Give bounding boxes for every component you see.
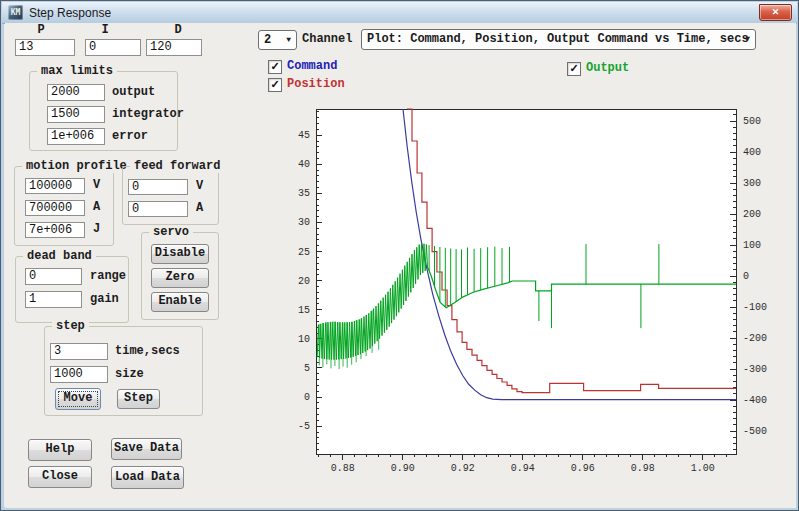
dead-band-group: dead band range gain: [15, 256, 129, 323]
svg-text:500: 500: [743, 116, 761, 127]
svg-text:0.96: 0.96: [571, 463, 595, 474]
channel-value: 2: [264, 33, 271, 47]
feed-forward-title: feed forward: [130, 159, 224, 173]
command-checkbox-label: Command: [287, 59, 337, 73]
svg-text:0.94: 0.94: [511, 463, 535, 474]
step-time-label: time,secs: [115, 344, 180, 358]
svg-text:45: 45: [298, 130, 310, 141]
i-label: I: [95, 23, 115, 37]
svg-text:40: 40: [298, 159, 310, 170]
load-data-button[interactable]: Load Data: [111, 466, 184, 489]
integrator-limit-label: integrator: [112, 107, 184, 121]
p-input[interactable]: [15, 39, 75, 56]
step-button[interactable]: Step: [117, 389, 160, 409]
svg-text:-500: -500: [743, 426, 767, 437]
svg-text:-5: -5: [298, 421, 310, 432]
step-response-chart: 0.880.900.920.940.960.981.00454035302520…: [289, 101, 797, 486]
output-limit-input[interactable]: [47, 84, 105, 101]
dead-band-title: dead band: [23, 249, 96, 263]
step-size-label: size: [115, 367, 144, 381]
servo-group: servo Disable Zero Enable: [141, 232, 219, 320]
max-limits-title: max limits: [37, 64, 117, 78]
svg-text:0: 0: [743, 271, 749, 282]
close-button[interactable]: Close: [28, 466, 92, 488]
svg-text:300: 300: [743, 178, 761, 189]
svg-text:5: 5: [304, 363, 310, 374]
ff-velocity-input[interactable]: [128, 179, 188, 195]
svg-text:15: 15: [298, 305, 310, 316]
ff-velocity-label: V: [196, 179, 203, 193]
d-label: D: [168, 23, 188, 37]
velocity-label: V: [93, 178, 100, 192]
jerk-label: J: [93, 222, 100, 236]
titlebar[interactable]: KM Step Response ✕: [2, 2, 797, 24]
output-checkbox-label: Output: [586, 61, 629, 75]
svg-text:30: 30: [298, 217, 310, 228]
error-limit-input[interactable]: [47, 128, 105, 145]
error-limit-label: error: [112, 129, 148, 143]
svg-text:400: 400: [743, 147, 761, 158]
svg-text:0.98: 0.98: [631, 463, 655, 474]
step-size-input[interactable]: [50, 366, 108, 383]
enable-button[interactable]: Enable: [151, 292, 209, 312]
move-button[interactable]: Move: [55, 388, 101, 410]
zero-button[interactable]: Zero: [151, 268, 209, 288]
svg-text:-400: -400: [743, 395, 767, 406]
chevron-down-icon: ▼: [745, 34, 750, 43]
svg-text:0.88: 0.88: [331, 463, 355, 474]
step-group: step time,secs size Move Step: [44, 326, 203, 416]
servo-title: servo: [149, 225, 193, 239]
step-response-window: KM Step Response ✕ P I D 2 ▼ Channel Plo…: [0, 0, 799, 511]
i-input[interactable]: [85, 39, 141, 56]
svg-text:100: 100: [743, 240, 761, 251]
app-icon: KM: [8, 5, 23, 20]
max-limits-group: max limits output integrator error: [29, 71, 178, 151]
position-checkbox-label: Position: [287, 77, 345, 91]
d-input[interactable]: [146, 39, 202, 56]
svg-text:-200: -200: [743, 333, 767, 344]
range-label: range: [90, 269, 126, 283]
p-label: P: [31, 23, 51, 37]
chevron-down-icon: ▼: [286, 35, 291, 44]
accel-label: A: [93, 200, 100, 214]
gain-input[interactable]: [25, 291, 82, 308]
accel-input[interactable]: [25, 200, 85, 216]
output-limit-label: output: [112, 85, 155, 99]
command-checkbox[interactable]: ✓: [268, 60, 282, 74]
svg-text:1.00: 1.00: [691, 463, 715, 474]
svg-text:20: 20: [298, 276, 310, 287]
motion-profile-group: motion profile V A J: [14, 166, 114, 246]
plot-canvas: 0.880.900.920.940.960.981.00454035302520…: [289, 101, 797, 486]
window-close-button[interactable]: ✕: [759, 4, 792, 21]
svg-text:-300: -300: [743, 364, 767, 375]
ff-accel-input[interactable]: [128, 201, 188, 217]
svg-text:0.90: 0.90: [391, 463, 415, 474]
window-title: Step Response: [29, 6, 111, 20]
plot-mode-select[interactable]: Plot: Command, Position, Output Command …: [361, 29, 756, 50]
step-time-input[interactable]: [50, 343, 108, 360]
svg-text:-100: -100: [743, 302, 767, 313]
velocity-input[interactable]: [25, 178, 85, 194]
feed-forward-group: feed forward V A: [122, 166, 219, 225]
help-button[interactable]: Help: [28, 439, 92, 461]
step-title: step: [52, 319, 89, 333]
jerk-input[interactable]: [25, 222, 85, 238]
save-data-button[interactable]: Save Data: [111, 438, 182, 460]
integrator-limit-input[interactable]: [47, 106, 105, 123]
channel-label: Channel: [302, 32, 352, 46]
position-checkbox[interactable]: ✓: [268, 78, 282, 92]
ff-accel-label: A: [196, 201, 203, 215]
plot-mode-value: Plot: Command, Position, Output Command …: [367, 32, 749, 46]
svg-text:0: 0: [304, 392, 310, 403]
svg-text:200: 200: [743, 209, 761, 220]
svg-text:0.92: 0.92: [451, 463, 475, 474]
motion-profile-title: motion profile: [22, 159, 131, 173]
range-input[interactable]: [25, 268, 82, 285]
disable-button[interactable]: Disable: [151, 244, 209, 264]
gain-label: gain: [90, 292, 119, 306]
svg-text:25: 25: [298, 247, 310, 258]
channel-select[interactable]: 2 ▼: [258, 30, 297, 50]
svg-text:10: 10: [298, 334, 310, 345]
svg-text:35: 35: [298, 188, 310, 199]
output-checkbox[interactable]: ✓: [567, 62, 581, 76]
